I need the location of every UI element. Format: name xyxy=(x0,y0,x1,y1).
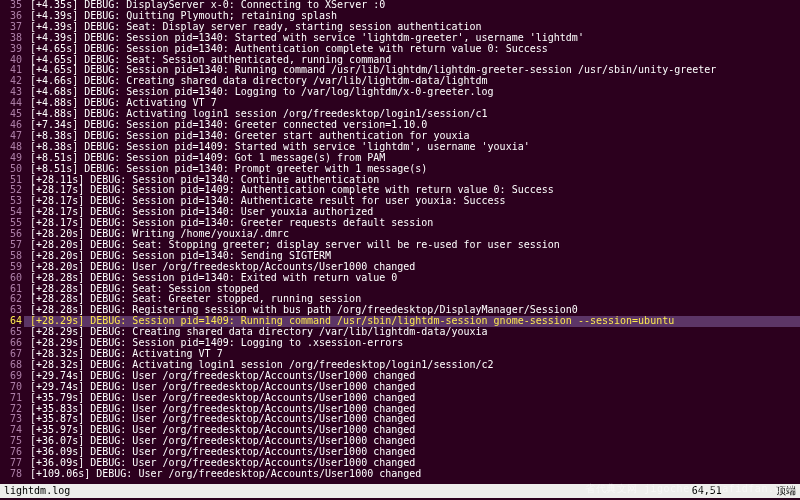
line-number: 78 xyxy=(0,469,24,480)
line-content: [+28.28s] DEBUG: Session pid=1340: Exite… xyxy=(24,273,397,284)
line-number: 38 xyxy=(0,33,24,44)
line-number: 50 xyxy=(0,164,24,175)
log-line: 70 [+29.74s] DEBUG: User /org/freedeskto… xyxy=(0,382,800,393)
line-number: 71 xyxy=(0,393,24,404)
line-content: [+8.51s] DEBUG: Session pid=1340: Prompt… xyxy=(24,164,427,175)
log-line: 39 [+4.65s] DEBUG: Session pid=1340: Aut… xyxy=(0,44,800,55)
log-line: 49 [+8.51s] DEBUG: Session pid=1409: Got… xyxy=(0,153,800,164)
watermark: 省代典文网 jigocheng.shafidfan.com xyxy=(585,484,794,495)
line-content: [+35.79s] DEBUG: User /org/freedesktop/A… xyxy=(24,393,415,404)
line-number: 70 xyxy=(0,382,24,393)
log-line: 71 [+35.79s] DEBUG: User /org/freedeskto… xyxy=(0,393,800,404)
line-number: 39 xyxy=(0,44,24,55)
line-content: [+4.65s] DEBUG: Session pid=1340: Authen… xyxy=(24,44,548,55)
log-line: 50 [+8.51s] DEBUG: Session pid=1340: Pro… xyxy=(0,164,800,175)
status-filename: lightdm.log xyxy=(4,484,70,498)
line-content: [+29.74s] DEBUG: User /org/freedesktop/A… xyxy=(24,382,415,393)
line-content: [+4.39s] DEBUG: Session pid=1340: Starte… xyxy=(24,33,584,44)
log-line: 78 [+109.06s] DEBUG: User /org/freedeskt… xyxy=(0,469,800,480)
terminal-viewport[interactable]: 35 [+4.35s] DEBUG: DisplayServer x-0: Co… xyxy=(0,0,800,484)
line-number: 60 xyxy=(0,273,24,284)
line-content: [+8.51s] DEBUG: Session pid=1409: Got 1 … xyxy=(24,153,385,164)
line-number: 49 xyxy=(0,153,24,164)
line-content: [+109.06s] DEBUG: User /org/freedesktop/… xyxy=(24,469,421,480)
log-line: 60 [+28.28s] DEBUG: Session pid=1340: Ex… xyxy=(0,273,800,284)
log-line: 38 [+4.39s] DEBUG: Session pid=1340: Sta… xyxy=(0,33,800,44)
